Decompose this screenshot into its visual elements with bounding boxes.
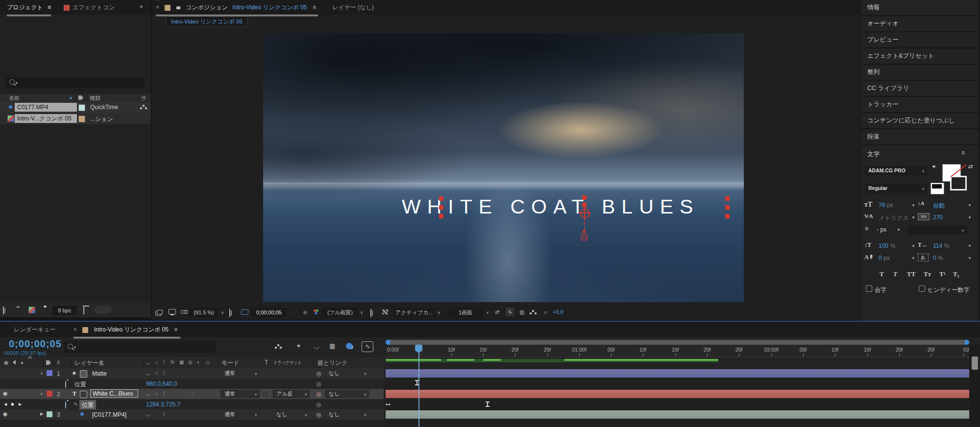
canvas-title-text[interactable]: WHITE COAT BLUES	[402, 195, 699, 218]
tracking-value[interactable]: 270	[933, 214, 943, 221]
baseline-shift-dropdown-icon[interactable]: ▼	[911, 256, 915, 261]
pixel-aspect-correction-icon[interactable]: ▥	[519, 309, 524, 315]
label-color-swatch[interactable]	[78, 104, 85, 111]
tracking-dropdown-icon[interactable]: ▼	[968, 215, 972, 220]
layer-switch-collapse[interactable]: ☼	[154, 370, 159, 376]
color-depth-button[interactable]: 8 bpc	[52, 306, 77, 315]
fast-preview-icon[interactable]: ϟ	[506, 308, 514, 316]
draft-3d-icon[interactable]: ✦	[296, 342, 301, 350]
selection-handle[interactable]	[439, 205, 443, 210]
safe-guides-icon[interactable]	[229, 309, 230, 317]
timeline-menu-icon[interactable]: ≡	[174, 326, 177, 333]
baseline-shift-value[interactable]: 0 px	[879, 255, 890, 261]
breadcrumb[interactable]: Intro-Video リンクコンポ 05	[166, 16, 248, 27]
close-icon[interactable]: ×	[156, 4, 159, 11]
interpret-footage-icon[interactable]	[3, 307, 4, 314]
exposure-icon[interactable]: ☼	[543, 309, 548, 315]
column-type[interactable]: 種類	[90, 95, 100, 102]
solo-column-icon[interactable]: ●	[21, 360, 24, 365]
hindi-digits-checkbox[interactable]	[919, 285, 925, 292]
vertical-scrollbar-thumb[interactable]	[972, 356, 978, 370]
all-caps-button[interactable]: TT	[907, 270, 915, 278]
layer-switch-quality[interactable]: /	[163, 391, 165, 396]
column-parent[interactable]: 親とリンク	[318, 359, 347, 367]
search-options-chevron-icon[interactable]: ▾	[74, 345, 76, 350]
column-track-matte[interactable]: トラックマット	[273, 359, 301, 366]
small-caps-button[interactable]: Tт	[924, 270, 931, 278]
viewer-menu-icon[interactable]: ≡	[313, 4, 316, 11]
tsume-value[interactable]: 0 %	[933, 255, 943, 261]
property-value[interactable]: 960.0,540.0	[146, 380, 177, 387]
collapse-transformations-icon[interactable]: ☼	[154, 359, 159, 365]
keyframe-marker[interactable]	[487, 402, 488, 407]
camera-chevron-icon[interactable]: ∨	[438, 310, 441, 315]
graph-editor-icon[interactable]: ∿	[362, 341, 373, 352]
selection-handle[interactable]	[582, 195, 587, 200]
layer-switch-quality[interactable]: /	[163, 370, 165, 376]
character-panel-menu-icon[interactable]: ≡	[961, 149, 965, 156]
transparency-grid-icon[interactable]	[382, 309, 388, 314]
composition-name-cell[interactable]: Intro-V...クコンポ 05	[15, 114, 77, 123]
selection-handle[interactable]	[725, 196, 730, 201]
fx-icon[interactable]: fx	[171, 359, 174, 365]
selection-handle[interactable]	[725, 205, 730, 210]
subscript-button[interactable]: T₁	[953, 270, 959, 278]
stroke-color-swatch[interactable]	[950, 176, 967, 190]
character-panel-title[interactable]: 文字	[867, 150, 880, 159]
leading-dropdown-icon[interactable]: ▼	[968, 203, 972, 208]
sidebar-item-effects-presets[interactable]: エフェクト&プリセット	[861, 48, 979, 64]
column-mode[interactable]: モード	[221, 359, 240, 367]
layer-color-swatch[interactable]	[47, 391, 52, 397]
timeline-search-input[interactable]: ▾	[64, 341, 216, 353]
next-keyframe-icon[interactable]: ▶	[19, 402, 22, 406]
stroke-style-dropdown[interactable]: ∨	[907, 225, 967, 235]
layer-switch-shy[interactable]: ◡	[146, 370, 150, 376]
tsume-dropdown-icon[interactable]: ▼	[968, 256, 972, 261]
track-matte-dropdown[interactable]: アル反∨	[272, 390, 310, 398]
exposure-value[interactable]: +0.0	[553, 309, 564, 315]
anchor-point-icon[interactable]	[580, 209, 590, 218]
horizontal-scale-value[interactable]: 114 %	[933, 242, 949, 249]
video-column-eye-icon[interactable]: ◉	[4, 360, 9, 365]
kerning-dropdown-icon[interactable]: ▼	[911, 215, 915, 220]
parent-dropdown[interactable]: なし∨	[325, 390, 369, 398]
vertical-scale-value[interactable]: 100 %	[879, 242, 895, 249]
viewer-timecode[interactable]: 0;00;00;05	[251, 308, 287, 317]
superscript-button[interactable]: T¹	[939, 270, 946, 278]
composition-canvas[interactable]: WHITE COAT BLUES	[263, 33, 744, 302]
show-snapshot-eye-icon[interactable]: ◉	[303, 309, 308, 315]
sidebar-item-audio[interactable]: オーディオ	[861, 16, 979, 31]
eye-icon[interactable]: ◉	[3, 391, 8, 396]
shy-icon[interactable]: ◡	[146, 359, 150, 365]
property-row[interactable]: 位置 960.0,540.0 ◎	[0, 379, 384, 389]
stopwatch-active-icon[interactable]	[65, 401, 66, 409]
layer-name[interactable]: [C0177.MP4]	[92, 411, 126, 418]
font-size-value[interactable]: 76 px	[879, 202, 893, 209]
mini-flowchart-icon[interactable]	[532, 310, 534, 312]
layer-switch-quality[interactable]: /	[163, 411, 165, 417]
selection-handle[interactable]	[439, 196, 443, 201]
composition-mini-flowchart-icon[interactable]	[277, 344, 279, 346]
stroke-width-value[interactable]: - px	[877, 226, 886, 233]
motion-blur-icon[interactable]: ◎	[188, 359, 193, 365]
magnification-chevron-icon[interactable]: ∨	[221, 310, 224, 315]
font-family-dropdown[interactable]: ADAM.CG PRO∨	[865, 166, 928, 175]
frame-blending-icon[interactable]: ▦	[329, 342, 335, 350]
trash-icon[interactable]	[83, 307, 84, 314]
layer-row[interactable]: ∨ 1 ★ Matte ◡ ☼ / 通常∨ ◎ なし∨	[0, 368, 384, 379]
primary-viewer-icon[interactable]	[169, 309, 176, 314]
tab-composition[interactable]: × コンポジション Intro-Video リンクコンポ 05 ≡	[156, 0, 318, 16]
font-size-dropdown-icon[interactable]: ▼	[911, 203, 915, 208]
tab-overflow-icon[interactable]: »	[140, 3, 143, 10]
layer-row-selected[interactable]: ◉ ∨ 2 T White C...Blues ◡ ☼ / ◌ 通常∨ アル反∨…	[0, 389, 384, 400]
vertical-scale-dropdown-icon[interactable]: ▼	[911, 244, 915, 248]
expand-chevron-icon[interactable]: ∨	[40, 371, 43, 376]
layer-row[interactable]: ◉ ▶ 3 [C0177.MP4] ◡ / 通常∨ なし∨ ◎ なし∨	[0, 409, 384, 420]
font-style-dropdown[interactable]: Regular∨	[865, 184, 928, 193]
collapsed-chevron-icon[interactable]: ▶	[40, 411, 44, 416]
layer-switch-shy[interactable]: ◡	[146, 411, 150, 417]
faux-bold-button[interactable]: T	[880, 270, 884, 278]
sidebar-item-preview[interactable]: プレビュー	[861, 32, 979, 47]
sidebar-item-cc-libraries[interactable]: CC ライブラリ	[861, 81, 979, 96]
selection-handle[interactable]	[439, 214, 443, 218]
